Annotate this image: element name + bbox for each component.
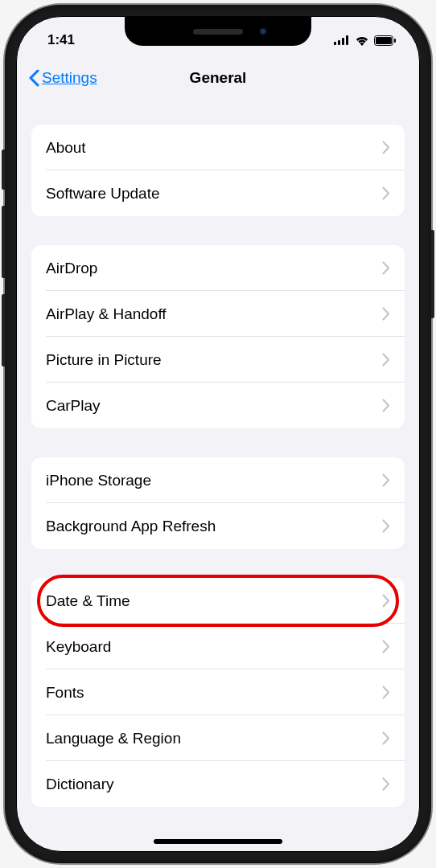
row-label: Fonts [46, 684, 84, 702]
chevron-right-icon [382, 640, 390, 653]
speaker-grille [193, 29, 243, 35]
settings-content: AboutSoftware UpdateAirDropAirPlay & Han… [17, 100, 419, 827]
chevron-right-icon [382, 261, 390, 275]
home-indicator[interactable] [154, 839, 282, 844]
row-label: About [46, 139, 86, 157]
notch [125, 17, 311, 46]
status-time: 1:41 [39, 32, 75, 48]
back-button[interactable]: Settings [28, 69, 97, 87]
svg-rect-0 [334, 42, 336, 45]
chevron-left-icon [28, 69, 40, 87]
row-airdrop[interactable]: AirDrop [31, 245, 405, 291]
row-label: Language & Region [46, 730, 181, 747]
cellular-signal-icon [334, 35, 350, 45]
chevron-right-icon [382, 141, 390, 154]
back-label: Settings [42, 69, 97, 87]
row-background-app-refresh[interactable]: Background App Refresh [31, 503, 405, 549]
row-carplay[interactable]: CarPlay [31, 383, 405, 428]
settings-group: AboutSoftware Update [31, 125, 405, 216]
chevron-right-icon [382, 353, 390, 366]
chevron-right-icon [382, 186, 390, 200]
settings-group: Date & TimeKeyboardFontsLanguage & Regio… [31, 578, 405, 807]
settings-group: iPhone StorageBackground App Refresh [31, 457, 405, 549]
row-pip[interactable]: Picture in Picture [31, 337, 405, 383]
chevron-right-icon [382, 519, 390, 533]
screen: 1:41 Settings General [16, 16, 420, 852]
svg-rect-1 [338, 40, 340, 45]
chevron-right-icon [382, 594, 390, 608]
row-label: Software Update [46, 185, 160, 203]
chevron-right-icon [382, 686, 390, 699]
svg-rect-2 [342, 38, 344, 45]
settings-group: AirDropAirPlay & HandoffPicture in Pictu… [31, 245, 405, 428]
row-label: iPhone Storage [46, 472, 151, 489]
row-airplay-handoff[interactable]: AirPlay & Handoff [31, 291, 405, 337]
row-label: Keyboard [46, 638, 111, 656]
svg-rect-5 [376, 37, 392, 44]
row-label: Date & Time [46, 592, 130, 610]
row-dictionary[interactable]: Dictionary [31, 761, 405, 807]
row-iphone-storage[interactable]: iPhone Storage [31, 457, 405, 503]
chevron-right-icon [382, 777, 390, 791]
svg-rect-3 [346, 35, 348, 45]
row-label: Dictionary [46, 776, 113, 793]
phone-frame: 1:41 Settings General [5, 5, 431, 863]
row-keyboard[interactable]: Keyboard [31, 624, 405, 669]
chevron-right-icon [382, 307, 390, 321]
row-label: CarPlay [46, 397, 101, 415]
svg-rect-6 [394, 39, 396, 43]
chevron-right-icon [382, 399, 390, 412]
row-about[interactable]: About [31, 125, 405, 170]
row-date-time[interactable]: Date & Time [31, 578, 405, 624]
battery-icon [374, 35, 397, 46]
row-software-update[interactable]: Software Update [31, 170, 405, 216]
row-label: AirDrop [46, 260, 97, 277]
wifi-icon [355, 35, 369, 46]
status-indicators [334, 35, 397, 46]
row-label: AirPlay & Handoff [46, 305, 167, 323]
nav-title: General [190, 69, 247, 87]
front-camera [259, 27, 267, 35]
row-label: Background App Refresh [46, 518, 216, 535]
row-fonts[interactable]: Fonts [31, 669, 405, 715]
row-language-region[interactable]: Language & Region [31, 715, 405, 761]
row-label: Picture in Picture [46, 351, 162, 369]
power-button [431, 230, 434, 318]
nav-bar: Settings General [17, 55, 419, 100]
chevron-right-icon [382, 473, 390, 487]
chevron-right-icon [382, 731, 390, 745]
